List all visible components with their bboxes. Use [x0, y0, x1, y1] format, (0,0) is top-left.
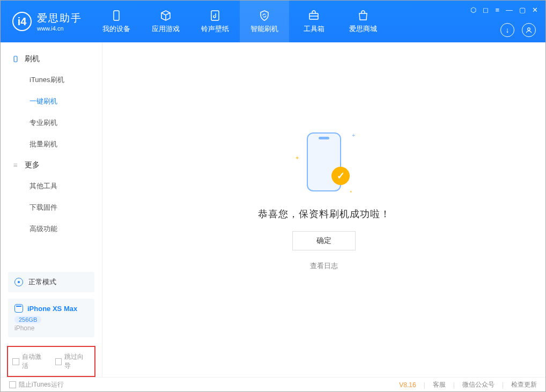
app-name: 爱思助手 — [37, 11, 82, 25]
menu-icon[interactable]: ≡ — [495, 6, 499, 14]
sidebar: 刷机 iTunes刷机 一键刷机 专业刷机 批量刷机 ≡ 更多 其他工具 下载固… — [1, 42, 102, 377]
sidebar-item-advanced[interactable]: 高级功能 — [1, 218, 102, 240]
close-button[interactable]: ✕ — [532, 6, 538, 14]
minimize-button[interactable]: — — [506, 6, 513, 14]
options-box: 自动激活 跳过向导 — [7, 346, 95, 377]
toolbox-icon — [307, 9, 320, 22]
download-button[interactable]: ↓ — [500, 23, 514, 37]
checkbox-icon — [9, 381, 16, 388]
mode-label: 正常模式 — [28, 277, 56, 287]
device-storage-badge: 256GB — [14, 316, 41, 323]
checkbox-icon — [12, 358, 19, 365]
lock-icon[interactable]: ◻ — [483, 6, 489, 14]
tab-label: 智能刷机 — [250, 24, 278, 34]
footer: 阻止iTunes运行 V8.16 | 客服 | 微信公众号 | 检查更新 — [1, 377, 545, 392]
sidebar-item-other-tools[interactable]: 其他工具 — [1, 175, 102, 197]
tab-ringtones-wallpapers[interactable]: 铃声壁纸 — [190, 1, 240, 42]
svg-rect-4 — [14, 56, 17, 62]
tab-smart-flash[interactable]: 智能刷机 — [240, 1, 289, 42]
check-icon: ✓ — [331, 167, 350, 185]
sidebar-item-onekey-flash[interactable]: 一键刷机 — [1, 91, 102, 112]
svg-rect-0 — [114, 11, 119, 20]
checkbox-auto-activate[interactable]: 自动激活 — [12, 352, 48, 371]
logo-icon: i4 — [12, 12, 32, 31]
list-icon: ≡ — [11, 161, 19, 169]
content-area: ✦ + • ✓ 恭喜您，保资料刷机成功啦！ 确定 查看日志 — [102, 42, 545, 377]
sparkle-icon: ✦ — [295, 155, 299, 161]
maximize-button[interactable]: ▢ — [519, 6, 526, 14]
device-type: iPhone — [14, 324, 88, 332]
main-area: 刷机 iTunes刷机 一键刷机 专业刷机 批量刷机 ≡ 更多 其他工具 下载固… — [1, 42, 545, 377]
version-label: V8.16 — [399, 381, 416, 389]
tab-store[interactable]: 爱思商城 — [338, 1, 388, 42]
logo-area: i4 爱思助手 www.i4.cn — [1, 1, 92, 42]
music-file-icon — [209, 9, 222, 22]
ok-button[interactable]: 确定 — [292, 231, 356, 250]
device-card[interactable]: iPhone XS Max 256GB iPhone — [8, 299, 94, 337]
tab-my-device[interactable]: 我的设备 — [92, 1, 141, 42]
svg-point-3 — [528, 28, 530, 31]
checkbox-block-itunes[interactable]: 阻止iTunes运行 — [9, 380, 64, 389]
sidebar-section-flash: 刷机 — [1, 49, 102, 69]
main-tabs: 我的设备 应用游戏 铃声壁纸 智能刷机 工具箱 爱思商城 — [92, 1, 388, 42]
device-small-icon — [14, 304, 23, 313]
checkbox-icon — [55, 358, 62, 365]
tab-toolbox[interactable]: 工具箱 — [289, 1, 338, 42]
account-button[interactable] — [522, 23, 536, 37]
tab-label: 铃声壁纸 — [201, 24, 229, 34]
header-actions: ↓ — [500, 23, 536, 37]
sidebar-item-download-firmware[interactable]: 下载固件 — [1, 197, 102, 218]
cube-icon — [159, 9, 172, 22]
success-illustration: ✦ + • ✓ — [292, 127, 356, 197]
tab-label: 爱思商城 — [349, 24, 377, 34]
sparkle-icon: + — [352, 132, 355, 138]
sidebar-item-pro-flash[interactable]: 专业刷机 — [1, 112, 102, 134]
device-icon — [110, 9, 123, 22]
sidebar-section-more: ≡ 更多 — [1, 155, 102, 175]
app-url: www.i4.cn — [37, 25, 82, 32]
window-controls: ⬡ ◻ ≡ — ▢ ✕ — [470, 6, 538, 14]
header: i4 爱思助手 www.i4.cn 我的设备 应用游戏 铃声壁纸 智能刷机 工具… — [1, 1, 545, 42]
phone-icon — [11, 55, 19, 63]
footer-link-update[interactable]: 检查更新 — [511, 380, 537, 389]
shield-refresh-icon — [258, 9, 271, 22]
sidebar-item-itunes-flash[interactable]: iTunes刷机 — [1, 69, 102, 91]
mode-icon — [14, 278, 23, 286]
view-log-link[interactable]: 查看日志 — [310, 261, 338, 271]
sparkle-icon: • — [350, 189, 352, 195]
sidebar-item-batch-flash[interactable]: 批量刷机 — [1, 134, 102, 155]
bag-icon — [357, 9, 370, 22]
success-message: 恭喜您，保资料刷机成功啦！ — [258, 208, 390, 220]
tab-label: 应用游戏 — [152, 24, 180, 34]
tab-apps-games[interactable]: 应用游戏 — [141, 1, 190, 42]
tab-label: 工具箱 — [304, 24, 324, 34]
mode-card[interactable]: 正常模式 — [8, 272, 94, 292]
tab-label: 我的设备 — [102, 24, 130, 34]
footer-link-wechat[interactable]: 微信公众号 — [462, 380, 495, 389]
device-name: iPhone XS Max — [27, 305, 77, 313]
footer-link-service[interactable]: 客服 — [433, 380, 446, 389]
checkbox-skip-guide[interactable]: 跳过向导 — [55, 352, 91, 371]
shirt-icon[interactable]: ⬡ — [470, 6, 476, 14]
svg-rect-1 — [211, 11, 219, 20]
